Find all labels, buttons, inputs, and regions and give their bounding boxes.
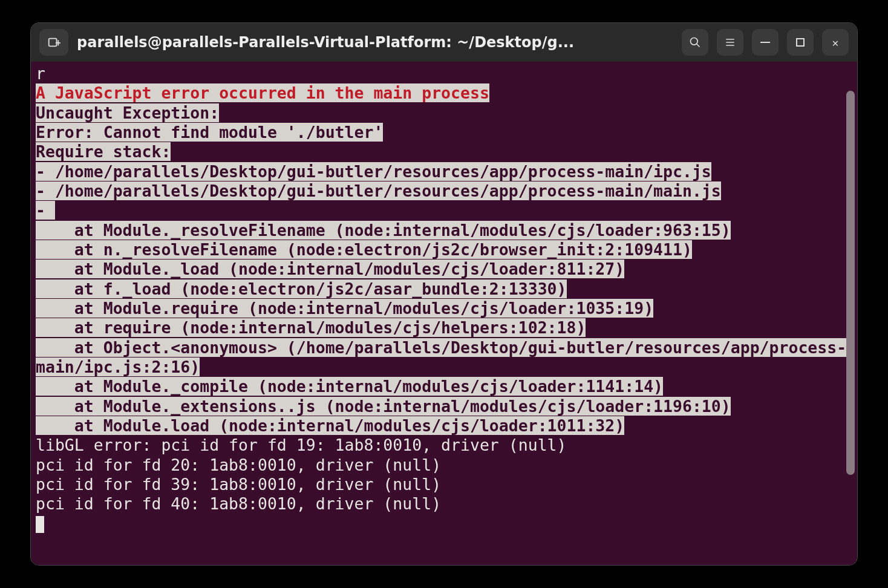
close-icon bbox=[832, 36, 839, 49]
svg-point-3 bbox=[691, 38, 698, 45]
minimize-button[interactable] bbox=[752, 29, 779, 56]
new-tab-icon bbox=[47, 36, 60, 49]
close-button[interactable] bbox=[822, 29, 849, 56]
search-icon bbox=[689, 36, 701, 48]
hamburger-menu-button[interactable] bbox=[717, 29, 743, 56]
new-tab-button[interactable] bbox=[39, 29, 68, 56]
scrollbar[interactable] bbox=[846, 91, 855, 559]
terminal-area[interactable]: r A JavaScript error occurred in the mai… bbox=[31, 62, 857, 565]
maximize-button[interactable] bbox=[787, 29, 814, 56]
scrollbar-thumb[interactable] bbox=[846, 91, 855, 475]
svg-line-4 bbox=[697, 44, 700, 47]
terminal-window: parallels@parallels-Parallels-Virtual-Pl… bbox=[31, 23, 857, 565]
terminal-cursor bbox=[36, 516, 44, 533]
titlebar: parallels@parallels-Parallels-Virtual-Pl… bbox=[31, 23, 857, 62]
window-controls bbox=[682, 29, 849, 56]
terminal-output[interactable]: r A JavaScript error occurred in the mai… bbox=[31, 62, 857, 565]
maximize-icon bbox=[796, 38, 805, 47]
search-button[interactable] bbox=[682, 29, 708, 56]
window-title: parallels@parallels-Parallels-Virtual-Pl… bbox=[77, 34, 673, 51]
svg-rect-0 bbox=[49, 39, 57, 47]
minimize-icon bbox=[760, 42, 770, 43]
hamburger-icon bbox=[724, 36, 736, 48]
